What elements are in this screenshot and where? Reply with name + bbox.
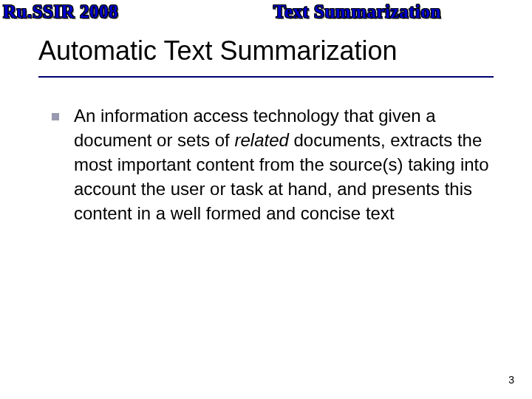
title-underline: [38, 76, 494, 78]
slide-body: An information access technology that gi…: [52, 103, 495, 226]
slide-title: Automatic Text Summarization: [38, 35, 398, 66]
bullet-text-italic: related: [234, 130, 288, 150]
bullet-square-icon: [52, 113, 59, 120]
page-number: 3: [508, 374, 514, 386]
bullet-text: An information access technology that gi…: [74, 103, 495, 226]
header-right: Text Summarization: [273, 1, 441, 22]
header-left: Ru.SSIR 2008: [3, 1, 118, 22]
bullet-item: An information access technology that gi…: [52, 103, 495, 226]
